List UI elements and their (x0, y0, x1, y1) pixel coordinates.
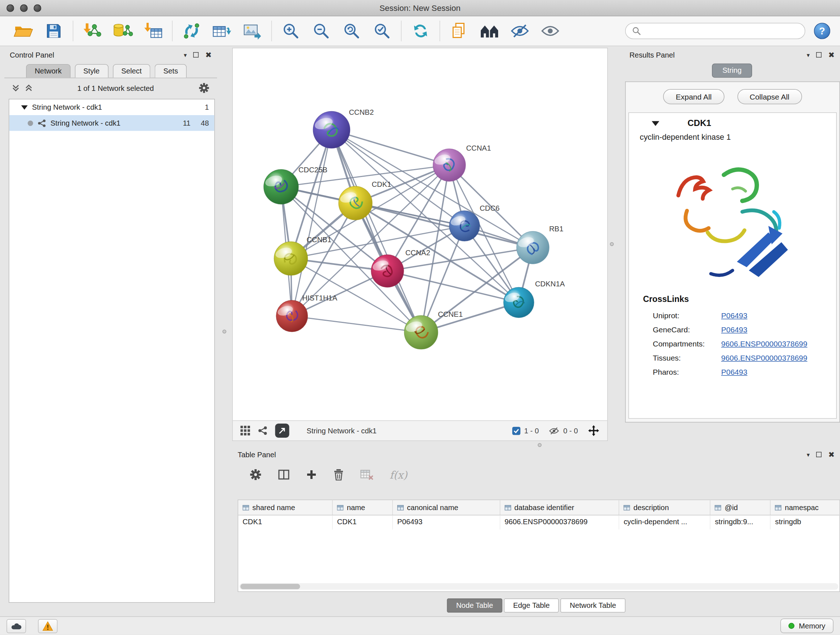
selected-checkbox-icon[interactable] (512, 426, 521, 435)
duplicate-network-button[interactable] (448, 19, 471, 42)
network-collection-row[interactable]: String Network - cdk1 1 (9, 100, 215, 116)
warnings-button[interactable] (38, 619, 57, 633)
table-cell[interactable]: CDK1 (333, 516, 393, 530)
delete-table-icon[interactable] (360, 469, 373, 481)
zoom-in-button[interactable] (279, 19, 302, 42)
crosslink-link[interactable]: P06493 (722, 311, 747, 320)
minimize-window-button[interactable] (20, 4, 28, 12)
gear-icon[interactable] (199, 82, 210, 93)
panel-close-icon[interactable]: ✖ (205, 51, 212, 59)
open-in-new-window-button[interactable] (275, 424, 289, 438)
zoom-out-button[interactable] (310, 19, 333, 42)
crosslink-link[interactable]: P06493 (722, 368, 747, 377)
tab-node-table[interactable]: Node Table (447, 599, 502, 613)
tab-select[interactable]: Select (112, 64, 150, 78)
panel-menu-icon[interactable]: ▾ (807, 451, 810, 458)
network-edge[interactable] (292, 316, 421, 333)
network-node-CCNB1[interactable]: CCNB1 (274, 236, 332, 276)
window-controls[interactable] (6, 4, 41, 12)
network-edge[interactable] (332, 130, 422, 333)
cloud-status-button[interactable] (6, 619, 26, 633)
move-crosshair-icon[interactable] (588, 424, 600, 437)
gene-section-header[interactable]: CDK1 (629, 113, 836, 130)
column-header[interactable]: description (619, 500, 711, 515)
save-session-button[interactable] (42, 19, 65, 42)
table-gear-icon[interactable] (249, 469, 262, 481)
function-builder-button[interactable]: f(x) (390, 469, 407, 481)
network-node-CCNB2[interactable]: CCNB2 (313, 108, 374, 149)
table-row[interactable]: CDK1CDK1P064939606.ENSP00000378699cyclin… (238, 516, 840, 530)
network-row[interactable]: String Network - cdk1 11 48 (9, 115, 215, 131)
tab-style[interactable]: Style (74, 64, 108, 78)
update-network-button[interactable] (180, 19, 203, 42)
panel-menu-icon[interactable]: ▾ (807, 52, 810, 58)
panel-float-icon[interactable] (816, 52, 821, 57)
zoom-window-button[interactable] (34, 4, 41, 12)
hidden-eye-slash-icon[interactable] (548, 426, 559, 435)
collapse-all-button[interactable]: Collapse All (737, 89, 802, 104)
horizontal-splitter-handle[interactable] (538, 443, 542, 447)
tab-sets[interactable]: Sets (155, 64, 187, 78)
table-cell[interactable]: stringdb:9... (711, 516, 771, 530)
select-columns-icon[interactable] (278, 469, 290, 481)
expand-all-button[interactable]: Expand All (663, 89, 724, 104)
column-header[interactable]: namespac (771, 500, 840, 515)
import-network-from-file-button[interactable] (81, 19, 104, 42)
tab-string[interactable]: String (712, 64, 752, 78)
collapse-all-icon[interactable] (12, 84, 19, 92)
add-column-icon[interactable] (306, 469, 317, 480)
network-edge[interactable] (292, 130, 332, 317)
memory-button[interactable]: Memory (780, 619, 834, 633)
search-input[interactable] (645, 27, 798, 35)
crosslink-link[interactable]: P06493 (722, 325, 747, 334)
hide-graphics-details-button[interactable] (508, 19, 531, 42)
panel-float-icon[interactable] (816, 452, 821, 457)
table-cell[interactable]: stringdb (771, 516, 840, 530)
grid-icon[interactable] (240, 426, 250, 435)
network-node-CDKN1A[interactable]: CDKN1A (504, 280, 565, 318)
panel-close-icon[interactable]: ✖ (828, 451, 835, 458)
new-network-from-table-button[interactable] (210, 19, 233, 42)
column-header[interactable]: canonical name (393, 500, 500, 515)
vertical-splitter-handle[interactable] (610, 242, 614, 246)
table-cell[interactable]: CDK1 (238, 516, 333, 530)
panel-close-icon[interactable]: ✖ (828, 51, 835, 59)
network-overview-button[interactable] (478, 19, 501, 42)
column-header[interactable]: @id (711, 500, 771, 515)
collection-expand-caret-icon[interactable] (21, 105, 28, 109)
column-header[interactable]: shared name (238, 500, 333, 515)
expand-all-icon[interactable] (25, 84, 33, 92)
import-table-from-file-button[interactable] (142, 19, 164, 42)
column-header[interactable]: database identifier (500, 500, 619, 515)
section-collapse-caret-icon[interactable] (652, 121, 660, 126)
table-cell[interactable]: 9606.ENSP00000378699 (500, 516, 619, 530)
help-button[interactable]: ? (814, 23, 830, 39)
horizontal-scrollbar[interactable] (240, 583, 838, 590)
network-node-HIST1H1A[interactable]: HIST1H1A (276, 294, 338, 332)
panel-float-icon[interactable] (193, 52, 199, 57)
delete-column-icon[interactable] (333, 469, 344, 481)
network-node-CDC6[interactable]: CDC6 (449, 204, 500, 241)
apply-layout-button[interactable] (409, 19, 432, 42)
crosslink-link[interactable]: 9606.ENSP00000378699 (722, 340, 807, 348)
network-canvas[interactable]: CCNB2CCNA1CDC25BCDK1CDC6RB1CCNB1CCNA2CDK… (233, 49, 607, 421)
tab-network[interactable]: Network (26, 64, 70, 78)
scrollbar-thumb[interactable] (240, 584, 300, 589)
tab-edge-table[interactable]: Edge Table (504, 599, 559, 613)
export-image-button[interactable] (241, 19, 264, 42)
table-cell[interactable]: P06493 (393, 516, 500, 530)
share-icon[interactable] (258, 426, 268, 435)
import-network-from-database-button[interactable] (111, 19, 134, 42)
show-graphics-details-button[interactable] (539, 19, 562, 42)
network-node-RB1[interactable]: RB1 (516, 225, 563, 264)
close-window-button[interactable] (6, 4, 14, 12)
zoom-selected-button[interactable] (371, 19, 393, 42)
crosslink-link[interactable]: 9606.ENSP00000378699 (722, 354, 807, 363)
panel-menu-icon[interactable]: ▾ (184, 52, 187, 58)
vertical-splitter-handle[interactable] (223, 330, 226, 334)
tab-network-table[interactable]: Network Table (561, 599, 625, 613)
zoom-fit-button[interactable] (340, 19, 363, 42)
network-node-CDK1[interactable]: CDK1 (339, 180, 392, 220)
table-cell[interactable]: cyclin-dependent ... (619, 516, 711, 530)
open-session-button[interactable] (12, 19, 35, 42)
